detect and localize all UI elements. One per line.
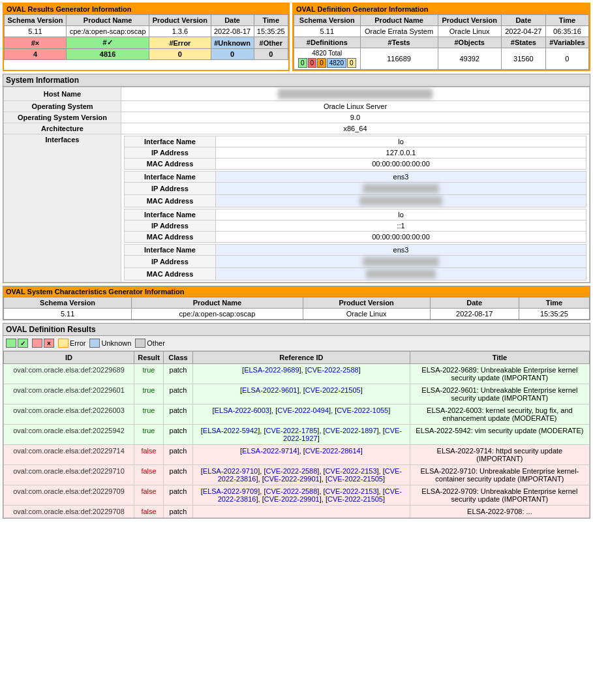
results-id-header: ID [4,352,134,364]
ref-link[interactable]: CVE-2022-2153 [326,487,377,495]
iface4-mac-row: MAC Address xxx [125,268,586,281]
hostname-row: Host Name [4,87,590,101]
result-id-cell: oval:com.oracle.elsa:def:20229708 [4,506,134,518]
oval-def-table: Schema Version Product Name Product Vers… [294,14,589,70]
result-ref-cell[interactable]: [ELSA-2022-5942], [CVE-2022-1785], [CVE-… [193,425,410,445]
ref-link[interactable]: CVE-2022-29901 [264,495,320,503]
count-header-row: #× #✓ #Error #Unknown #Other [5,37,288,49]
col-date: Date [211,15,254,26]
iface4-ip-blurred: xxx [363,257,439,266]
iface3-name-val: lo [216,209,586,221]
ref-link[interactable]: CVE-2022-28614 [305,447,361,455]
product-val: cpe:/a:open-scap:oscap [67,26,149,37]
ref-link[interactable]: ELSA-2022-9689 [244,366,299,374]
col-version: Product Version [149,15,211,26]
iface3-ip-row: IP Address ::1 [125,221,586,232]
ref-link[interactable]: CVE-2022-21505 [305,386,361,394]
oval-sys-char-section: OVAL System Characteristics Generator In… [3,286,590,320]
legend-other: Other [135,339,165,348]
arch-row: Architecture x86_64 [4,123,590,134]
ref-link[interactable]: CVE-2022-21505 [327,495,383,503]
os-row: Operating System Oracle Linux Server [4,101,590,112]
result-id-cell: oval:com.oracle.elsa:def:20229710 [4,465,134,485]
count-unknown-val: 0 [211,49,254,60]
result-id-cell: oval:com.oracle.elsa:def:20229689 [4,364,134,384]
sysc-time-header: Time [519,297,589,309]
result-result-cell: false [134,445,164,465]
ref-link[interactable]: ELSA-2022-9601 [242,386,297,394]
ref-link[interactable]: CVE-2022-0494 [277,406,329,414]
iface3-mac-label: MAC Address [125,232,216,243]
count-box-orange: 0 [317,58,326,68]
ref-link[interactable]: ELSA-2022-9709 [203,487,258,495]
def-objects-header: #Objects [438,37,501,48]
iface2-name-label: Interface Name [125,172,216,183]
legend-true-box2: ✓ [18,339,28,348]
hostname-blurred [278,89,432,99]
iface3-ip-label: IP Address [125,221,216,232]
count-box-red: 0 [308,58,317,68]
iface4-ip-label: IP Address [125,256,216,268]
ref-link[interactable]: CVE-2022-1785 [266,427,317,434]
legend-false-box2: × [44,339,54,348]
interfaces-label: Interfaces [4,134,121,282]
iface4-mac-blurred: xxx [366,269,436,279]
result-title-cell: ELSA-2022-9709: Unbreakable Enterprise k… [410,485,589,506]
legend-unknown-box [89,339,100,348]
ref-link[interactable]: CVE-2022-2588 [266,487,317,495]
ref-link[interactable]: CVE-2022-2588 [307,366,359,374]
table-row: oval:com.oracle.elsa:def:20229689truepat… [4,364,590,384]
result-ref-cell[interactable]: [ELSA-2022-9714], [CVE-2022-28614] [193,445,410,465]
def-states-val: 31560 [501,48,545,70]
count-box-green: 0 [298,58,307,68]
sysc-schema-header: Schema Version [4,297,132,309]
table-row: oval:com.oracle.elsa:def:20226003truepat… [4,404,590,425]
ref-link[interactable]: ELSA-2022-6003 [215,406,269,414]
result-ref-cell[interactable]: [ELSA-2022-9689], [CVE-2022-2588] [193,364,410,384]
count-x-val: 4 [5,49,67,60]
iface3-name-label: Interface Name [125,209,216,221]
arch-value: x86_64 [121,123,590,134]
result-title-cell: ELSA-2022-5942: vim security update (MOD… [410,425,589,445]
count-unknown-header: #Unknown [211,37,254,49]
result-ref-cell[interactable]: [ELSA-2022-9709], [CVE-2022-2588], [CVE-… [193,485,410,506]
sysc-version-val: Oracle Linux [303,309,430,320]
def-version-val: Oracle Linux [438,26,501,37]
ref-link[interactable]: CVE-2022-29901 [264,475,320,483]
ref-link[interactable]: ELSA-2022-9710 [203,467,258,475]
result-ref-cell[interactable]: [ELSA-2022-9601], [CVE-2022-21505] [193,384,410,404]
result-result-cell: true [134,384,164,404]
iface4-mac-label: MAC Address [125,268,216,281]
result-ref-cell[interactable] [193,506,410,518]
result-result-cell: true [134,404,164,425]
legend-false-box1 [32,339,42,348]
ref-link[interactable]: CVE-2022-2153 [326,467,377,475]
results-result-header: Result [134,352,164,364]
def-defs-header: #Definitions [294,37,361,48]
def-count-headers-row: #Definitions #Tests #Objects #States #Va… [294,37,589,48]
iface3-ip-val: ::1 [216,221,586,232]
result-title-cell: ELSA-2022-9710: Unbreakable Enterprise k… [410,465,589,485]
iface1-name-label: Interface Name [125,136,216,147]
count-error-val: 0 [149,49,211,60]
legend-unknown: Unknown [89,339,131,348]
result-ref-cell[interactable]: [ELSA-2022-6003], [CVE-2022-0494], [CVE-… [193,404,410,425]
os-version-label: Operating System Version [4,112,121,123]
table-row: oval:com.oracle.elsa:def:20229709falsepa… [4,485,590,506]
result-ref-cell[interactable]: [ELSA-2022-9710], [CVE-2022-2588], [CVE-… [193,465,410,485]
ref-link[interactable]: CVE-2022-1055 [337,406,388,414]
def-col-version: Product Version [438,15,501,26]
result-result-cell: false [134,465,164,485]
hostname-label: Host Name [4,87,121,101]
ref-link[interactable]: CVE-2022-1897 [326,427,377,434]
iface2-ip-blurred: xxx [363,184,439,193]
iface4-name-val: ens3 [216,245,586,256]
result-id-cell: oval:com.oracle.elsa:def:20225942 [4,425,134,445]
oval-definition-panel: OVAL Definition Generator Information Sc… [292,3,590,71]
ref-link[interactable]: ELSA-2022-5942 [203,427,258,434]
result-title-cell: ELSA-2022-9689: Unbreakable Enterprise k… [410,364,589,384]
ref-link[interactable]: ELSA-2022-9714 [242,447,297,455]
ref-link[interactable]: CVE-2022-21505 [327,475,383,483]
def-count-values-row: 4820 Total 0 0 0 4820 0 116689 49392 315… [294,48,589,70]
ref-link[interactable]: CVE-2022-2588 [266,467,317,475]
